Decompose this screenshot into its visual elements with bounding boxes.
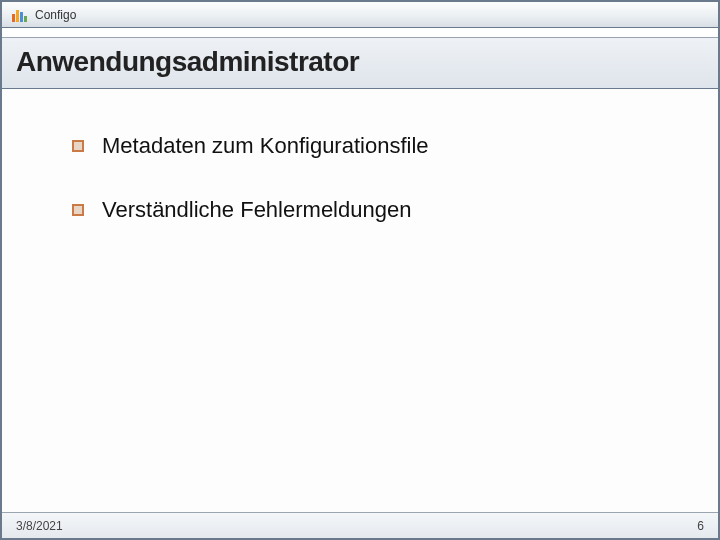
slide: Configo Anwendungsadministrator Metadate… (0, 0, 720, 540)
content-area: Metadaten zum Konfigurationsfile Verstän… (2, 89, 718, 223)
top-bar: Configo (2, 2, 718, 28)
title-bar: Anwendungsadministrator (2, 38, 718, 89)
bullet-text: Verständliche Fehlermeldungen (102, 197, 411, 223)
bullet-text: Metadaten zum Konfigurationsfile (102, 133, 429, 159)
brand-label: Configo (35, 8, 76, 22)
footer-page: 6 (697, 519, 704, 533)
footer-date: 3/8/2021 (16, 519, 63, 533)
slide-title: Anwendungsadministrator (16, 46, 704, 78)
list-item: Verständliche Fehlermeldungen (72, 197, 668, 223)
list-item: Metadaten zum Konfigurationsfile (72, 133, 668, 159)
footer: 3/8/2021 6 (2, 512, 718, 538)
bullet-icon (72, 204, 84, 216)
logo-icon (12, 8, 27, 22)
sub-bar (2, 28, 718, 38)
bullet-icon (72, 140, 84, 152)
